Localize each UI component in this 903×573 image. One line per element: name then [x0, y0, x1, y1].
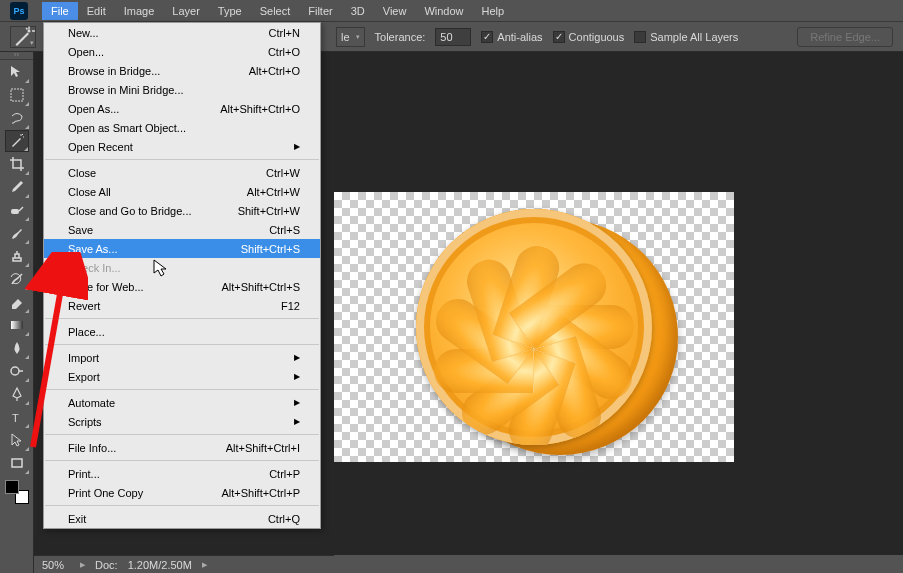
menu-item-open-as-smart-object[interactable]: Open as Smart Object...: [44, 118, 320, 137]
healing-brush-tool[interactable]: [5, 199, 29, 221]
app-logo: Ps: [10, 2, 28, 20]
menu-item-print-one-copy[interactable]: Print One CopyAlt+Shift+Ctrl+P: [44, 483, 320, 502]
menu-item-label: Open As...: [68, 103, 119, 115]
eraser-tool[interactable]: [5, 291, 29, 313]
menu-filter[interactable]: Filter: [299, 2, 341, 20]
document-canvas[interactable]: [334, 192, 734, 462]
menu-item-save-for-web[interactable]: Save for Web...Alt+Shift+Ctrl+S: [44, 277, 320, 296]
gradient-tool[interactable]: [5, 314, 29, 336]
app-logo-text: Ps: [13, 6, 24, 16]
menu-item-browse-in-bridge[interactable]: Browse in Bridge...Alt+Ctrl+O: [44, 61, 320, 80]
menu-view[interactable]: View: [374, 2, 416, 20]
menu-item-open-as[interactable]: Open As...Alt+Shift+Ctrl+O: [44, 99, 320, 118]
blur-tool[interactable]: [5, 337, 29, 359]
menu-item-place[interactable]: Place...: [44, 322, 320, 341]
menu-item-check-in: Check In...: [44, 258, 320, 277]
crop-tool[interactable]: [5, 153, 29, 175]
history-brush-tool[interactable]: [5, 268, 29, 290]
menu-separator: [45, 505, 319, 506]
menu-item-close-all[interactable]: Close AllAlt+Ctrl+W: [44, 182, 320, 201]
menu-item-shortcut: Ctrl+N: [269, 27, 300, 39]
menu-item-save-as[interactable]: Save As...Shift+Ctrl+S: [44, 239, 320, 258]
menu-item-label: Place...: [68, 326, 105, 338]
tool-preset-picker[interactable]: [10, 26, 36, 48]
menu-item-scripts[interactable]: Scripts▶: [44, 412, 320, 431]
doc-size-label: Doc:: [95, 559, 118, 571]
menu-item-shortcut: Ctrl+P: [269, 468, 300, 480]
sample-all-layers-checkbox[interactable]: Sample All Layers: [634, 31, 738, 43]
menu-item-shortcut: Ctrl+Q: [268, 513, 300, 525]
magic-wand-tool[interactable]: [5, 130, 29, 152]
menu-image[interactable]: Image: [115, 2, 164, 20]
menu-bar: Ps FileEditImageLayerTypeSelectFilter3DV…: [0, 0, 903, 22]
menu-3d[interactable]: 3D: [342, 2, 374, 20]
menu-item-import[interactable]: Import▶: [44, 348, 320, 367]
dodge-tool[interactable]: [5, 360, 29, 382]
menu-item-save[interactable]: SaveCtrl+S: [44, 220, 320, 239]
menu-item-label: Print...: [68, 468, 100, 480]
menu-item-revert[interactable]: RevertF12: [44, 296, 320, 315]
menu-item-label: Import: [68, 352, 99, 364]
menu-type[interactable]: Type: [209, 2, 251, 20]
anti-alias-label: Anti-alias: [497, 31, 542, 43]
path-selection-tool[interactable]: [5, 429, 29, 451]
menu-item-close[interactable]: CloseCtrl+W: [44, 163, 320, 182]
chevron-right-icon[interactable]: ▶: [202, 561, 207, 569]
anti-alias-checkbox[interactable]: Anti-alias: [481, 31, 542, 43]
menu-item-automate[interactable]: Automate▶: [44, 393, 320, 412]
brush-tool[interactable]: [5, 222, 29, 244]
sample-size-dropdown[interactable]: le: [336, 27, 365, 47]
menu-window[interactable]: Window: [415, 2, 472, 20]
move-tool[interactable]: [5, 61, 29, 83]
clone-stamp-tool[interactable]: [5, 245, 29, 267]
menu-item-label: File Info...: [68, 442, 116, 454]
type-tool[interactable]: T: [5, 406, 29, 428]
menu-select[interactable]: Select: [251, 2, 300, 20]
menu-item-shortcut: Shift+Ctrl+S: [241, 243, 300, 255]
eyedropper-tool[interactable]: [5, 176, 29, 198]
menu-item-label: Check In...: [68, 262, 121, 274]
menu-item-open-recent[interactable]: Open Recent▶: [44, 137, 320, 156]
menu-file[interactable]: File: [42, 2, 78, 20]
menu-item-print[interactable]: Print...Ctrl+P: [44, 464, 320, 483]
menu-item-file-info[interactable]: File Info...Alt+Shift+Ctrl+I: [44, 438, 320, 457]
svg-rect-1: [11, 89, 23, 101]
foreground-color-swatch[interactable]: [5, 480, 19, 494]
status-bar: 50% ▶ Doc: 1.20M/2.50M ▶: [34, 555, 334, 573]
menu-item-export[interactable]: Export▶: [44, 367, 320, 386]
menu-item-label: Automate: [68, 397, 115, 409]
menu-layer[interactable]: Layer: [163, 2, 209, 20]
svg-rect-6: [12, 459, 22, 467]
menu-item-shortcut: Shift+Ctrl+W: [238, 205, 300, 217]
doc-size-value: 1.20M/2.50M: [128, 559, 192, 571]
menu-separator: [45, 389, 319, 390]
menu-item-label: Browse in Mini Bridge...: [68, 84, 184, 96]
pen-tool[interactable]: [5, 383, 29, 405]
menu-item-browse-in-mini-bridge[interactable]: Browse in Mini Bridge...: [44, 80, 320, 99]
menu-item-label: Open Recent: [68, 141, 133, 153]
menu-separator: [45, 434, 319, 435]
rectangle-tool[interactable]: [5, 452, 29, 474]
toolbar-collapse-handle[interactable]: ››: [0, 52, 33, 60]
zoom-level[interactable]: 50%: [42, 559, 70, 571]
color-swatches[interactable]: [5, 480, 29, 504]
refine-edge-button[interactable]: Refine Edge...: [797, 27, 893, 47]
file-menu-dropdown: New...Ctrl+NOpen...Ctrl+OBrowse in Bridg…: [43, 22, 321, 529]
menu-separator: [45, 318, 319, 319]
menu-item-close-and-go-to-bridge[interactable]: Close and Go to Bridge...Shift+Ctrl+W: [44, 201, 320, 220]
menu-item-exit[interactable]: ExitCtrl+Q: [44, 509, 320, 528]
lasso-tool[interactable]: [5, 107, 29, 129]
menu-item-open[interactable]: Open...Ctrl+O: [44, 42, 320, 61]
marquee-tool[interactable]: [5, 84, 29, 106]
menu-item-shortcut: Alt+Ctrl+W: [247, 186, 300, 198]
chevron-right-icon[interactable]: ▶: [80, 561, 85, 569]
menu-item-label: Open...: [68, 46, 104, 58]
menu-edit[interactable]: Edit: [78, 2, 115, 20]
contiguous-checkbox[interactable]: Contiguous: [553, 31, 625, 43]
svg-rect-3: [11, 321, 23, 329]
tolerance-input[interactable]: [435, 28, 471, 46]
menu-item-new[interactable]: New...Ctrl+N: [44, 23, 320, 42]
menu-help[interactable]: Help: [473, 2, 514, 20]
menu-separator: [45, 344, 319, 345]
checkbox-icon: [481, 31, 493, 43]
